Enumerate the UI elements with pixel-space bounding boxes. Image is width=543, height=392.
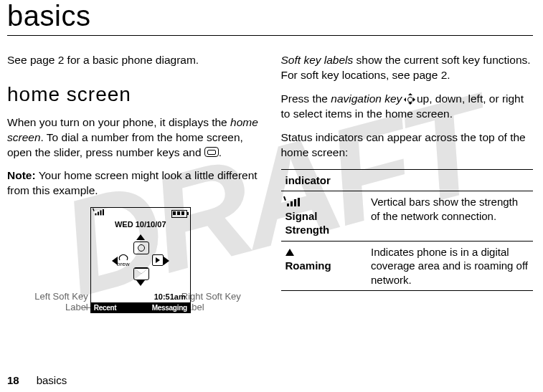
right-column: Soft key labels show the current soft ke… [281, 53, 534, 325]
brew-label: brew [117, 261, 129, 267]
note-body: Your home screen might look a little dif… [7, 169, 258, 196]
page-number: 18 [7, 374, 19, 386]
table-row: Signal Strength Vertical bars show the s… [281, 191, 534, 242]
home-screen-heading: home screen [7, 81, 260, 108]
left-softkey-callout: Left Soft Key Label [22, 292, 88, 313]
mail-icon [133, 267, 149, 280]
page-footer: 18basics [7, 374, 67, 386]
indicator-desc: Indicates phone is in a digital coverage… [367, 241, 533, 291]
text: Press the [281, 92, 331, 105]
home-screen-desc: When you turn on your phone, it displays… [7, 115, 260, 161]
softkey-right-label: Messaging [152, 303, 187, 313]
indicator-name: Signal Strength [285, 210, 330, 236]
phone-softkey-bar: Recent Messaging [91, 302, 190, 312]
note-text: Note: Your home screen might look a litt… [7, 168, 260, 199]
media-icon [151, 254, 165, 266]
status-intro: Status indicators can appear across the … [281, 130, 534, 161]
battery-icon [171, 210, 187, 218]
table-row: Roaming Indicates phone is in a digital … [281, 241, 534, 291]
phone-diagram: Left Soft Key Label Right Soft Key Label… [22, 207, 245, 325]
brew-icon: brew [116, 254, 131, 266]
callout-line1: Left Soft Key [34, 291, 88, 302]
softkey-left-label: Recent [94, 303, 117, 313]
text-italic: Soft key labels [281, 54, 354, 66]
table-header-row: indicator [281, 169, 534, 191]
phone-date: WED 10/10/07 [91, 219, 190, 230]
phone-navpad: brew [112, 234, 169, 286]
nav-key-icon [405, 95, 414, 103]
page-title: basics [7, 0, 533, 32]
right-softkey-callout: Right Soft Key Label [181, 292, 245, 313]
text: . [219, 146, 222, 158]
text: When you turn on your phone, it displays… [7, 116, 230, 128]
softkey-desc: Soft key labels show the current soft ke… [281, 53, 534, 83]
left-column: See page 2 for a basic phone diagram. ho… [7, 53, 260, 325]
footer-section: basics [37, 374, 67, 386]
send-key-icon [204, 147, 219, 157]
roaming-icon [285, 249, 294, 256]
navkey-desc: Press the navigation key up, down, left,… [281, 92, 534, 122]
phone-status-bar [91, 208, 190, 218]
phone-screen: WED 10/10/07 brew 10:51am Recent [90, 207, 191, 313]
phone-time: 10:51am [154, 292, 186, 302]
note-label: Note: [7, 169, 36, 181]
intro-text: See page 2 for a basic phone diagram. [7, 53, 260, 68]
signal-icon [94, 209, 105, 215]
title-rule [7, 35, 533, 36]
text-italic: navigation key [331, 92, 402, 105]
indicator-table: indicator Signal Strength Vertical bars … [281, 169, 534, 292]
indicator-name: Roaming [285, 259, 331, 272]
signal-strength-icon [285, 198, 301, 206]
indicator-desc: Vertical bars show the strength of the n… [367, 191, 533, 242]
indicator-header: indicator [281, 169, 534, 191]
camera-icon [133, 242, 149, 254]
